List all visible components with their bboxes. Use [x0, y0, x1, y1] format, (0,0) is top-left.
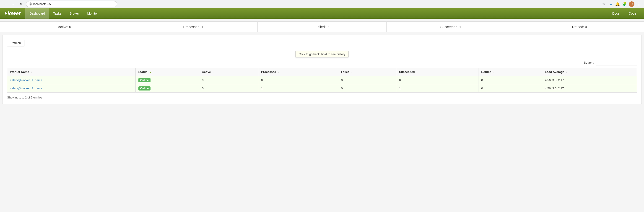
info-icon: ⓘ	[29, 2, 32, 6]
stat-processed: Processed: 1	[129, 22, 258, 32]
stat-failed: Failed: 0	[258, 22, 386, 32]
col-worker-name[interactable]: Worker Name ↕	[7, 68, 136, 76]
cell-succeeded: 1	[396, 84, 478, 92]
stats-bar: Active: 0 Processed: 1 Failed: 0 Succeed…	[0, 22, 644, 32]
puzzle-icon[interactable]: 🧩	[622, 2, 627, 6]
search-input[interactable]	[596, 60, 637, 66]
table-row: celery@worker_2_nameOnline010104.56, 3.5…	[7, 84, 637, 92]
nav-code[interactable]: Code	[624, 12, 640, 15]
sort-icon-retried: ↕	[493, 71, 494, 74]
browser-icons: ☆ ☁ 🔔 🧩 U ⋮	[602, 1, 641, 7]
navbar-right: Docs Code	[608, 8, 644, 19]
browser-chrome: ← → ↻ ⓘ localhost:5555 ☆ ☁ 🔔 🧩 U ⋮	[0, 0, 644, 8]
cell-load-average: 4.56, 3.5, 2.17	[542, 84, 637, 92]
sort-icon-processed: ↕	[278, 71, 279, 74]
nav-dashboard[interactable]: Dashboard	[25, 8, 49, 19]
tooltip-box: Click to go back, hold to see history	[295, 51, 349, 58]
cell-failed: 0	[338, 76, 396, 84]
search-label: Search:	[584, 61, 594, 64]
worker-name-link[interactable]: celery@worker_1_name	[10, 78, 42, 82]
stat-retried: Retried: 0	[515, 22, 644, 32]
cell-worker-name: celery@worker_2_name	[7, 84, 136, 92]
cell-status: Online	[136, 84, 199, 92]
cell-active: 0	[199, 76, 258, 84]
cell-retried: 0	[478, 76, 542, 84]
table-footer: Showing 1 to 2 of 2 entries	[7, 96, 637, 99]
main-content: Refresh Click to go back, hold to see hi…	[2, 35, 642, 104]
stat-succeeded: Succeeded: 1	[386, 22, 516, 32]
cell-processed: 0	[258, 76, 338, 84]
col-load-average[interactable]: Load Average ↕	[542, 68, 637, 76]
refresh-button[interactable]: Refresh	[7, 40, 24, 46]
menu-icon[interactable]: ⋮	[637, 2, 641, 6]
cell-failed: 0	[338, 84, 396, 92]
status-badge: Online	[138, 86, 150, 90]
sort-icon-worker: ↕	[31, 71, 32, 74]
nav-tasks[interactable]: Tasks	[49, 8, 66, 19]
cell-retried: 0	[478, 84, 542, 92]
col-active[interactable]: Active ↕	[199, 68, 258, 76]
sort-icon-status: ▲	[149, 71, 152, 74]
status-badge: Online	[138, 78, 150, 82]
app-brand: Flower	[0, 8, 25, 19]
address-bar[interactable]: ⓘ localhost:5555	[26, 1, 117, 7]
table-body: celery@worker_1_nameOnline000004.56, 3.5…	[7, 76, 637, 92]
cloud-icon[interactable]: ☁	[608, 2, 613, 6]
nav-links: Dashboard Tasks Broker Monitor	[25, 8, 102, 19]
sort-icon-active: ↕	[212, 71, 214, 74]
nav-broker[interactable]: Broker	[66, 8, 83, 19]
cell-processed: 1	[258, 84, 338, 92]
table-row: celery@worker_1_nameOnline000004.56, 3.5…	[7, 76, 637, 84]
col-retried[interactable]: Retried ↕	[478, 68, 542, 76]
reload-button[interactable]: ↻	[18, 1, 24, 7]
tooltip-bar: Click to go back, hold to see history	[7, 51, 637, 58]
forward-button[interactable]: →	[10, 1, 16, 7]
data-table: Worker Name ↕ Status ▲ Active ↕ Processe…	[7, 68, 637, 92]
url-text: localhost:5555	[33, 2, 52, 6]
nav-docs[interactable]: Docs	[608, 12, 624, 15]
bookmark-icon[interactable]: ☆	[602, 2, 606, 6]
cell-status: Online	[136, 76, 199, 84]
back-button[interactable]: ←	[3, 1, 8, 7]
col-status[interactable]: Status ▲	[136, 68, 199, 76]
nav-monitor[interactable]: Monitor	[83, 8, 102, 19]
stat-active: Active: 0	[0, 22, 129, 32]
sort-icon-load: ↕	[566, 71, 567, 74]
cell-load-average: 4.56, 3.5, 2.17	[542, 76, 637, 84]
table-controls: Search:	[7, 60, 637, 66]
col-succeeded[interactable]: Succeeded ↕	[396, 68, 478, 76]
col-processed[interactable]: Processed ↕	[258, 68, 338, 76]
user-avatar[interactable]: U	[629, 1, 634, 7]
sort-icon-succeeded: ↕	[416, 71, 418, 74]
table-header: Worker Name ↕ Status ▲ Active ↕ Processe…	[7, 68, 637, 76]
bell-icon[interactable]: 🔔	[615, 2, 620, 6]
sort-icon-failed: ↕	[352, 71, 352, 74]
navbar: Flower Dashboard Tasks Broker Monitor Do…	[0, 8, 644, 19]
col-failed[interactable]: Failed ↕	[338, 68, 396, 76]
worker-name-link[interactable]: celery@worker_2_name	[10, 86, 42, 90]
cell-succeeded: 0	[396, 76, 478, 84]
cell-active: 0	[199, 84, 258, 92]
cell-worker-name: celery@worker_1_name	[7, 76, 136, 84]
